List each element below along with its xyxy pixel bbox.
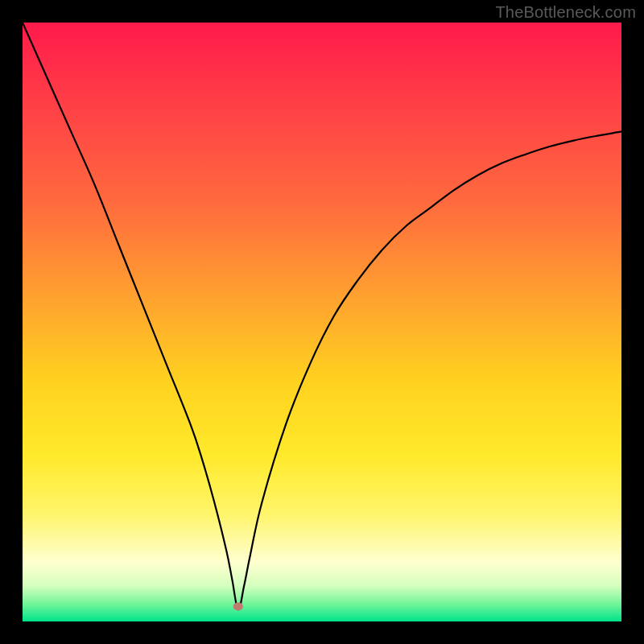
optimal-point-marker (233, 602, 243, 610)
bottleneck-curve (23, 23, 621, 621)
chart-frame: TheBottleneck.com (0, 0, 644, 644)
plot-area (23, 23, 621, 621)
watermark-text: TheBottleneck.com (495, 3, 636, 22)
